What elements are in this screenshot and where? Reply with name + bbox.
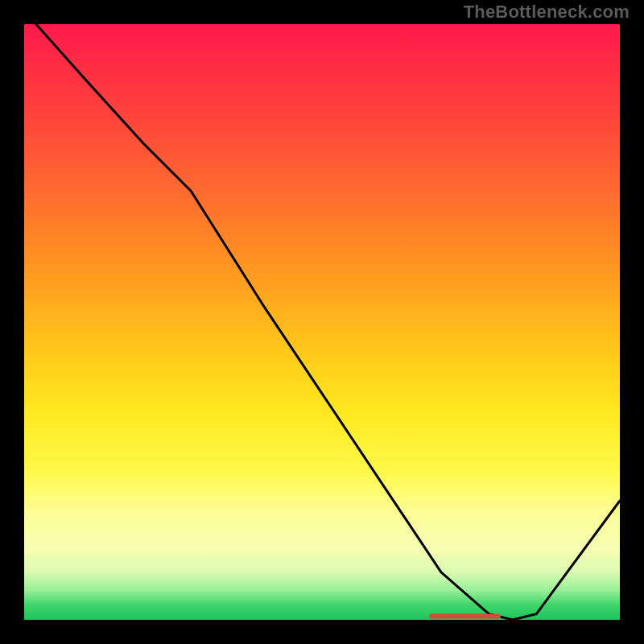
optimal-range-marker	[429, 614, 501, 619]
plot-area	[24, 24, 620, 620]
bottleneck-curve	[36, 24, 620, 620]
chart-frame: TheBottleneck.com	[0, 0, 644, 644]
line-layer	[24, 24, 620, 620]
watermark-text: TheBottleneck.com	[464, 2, 630, 23]
